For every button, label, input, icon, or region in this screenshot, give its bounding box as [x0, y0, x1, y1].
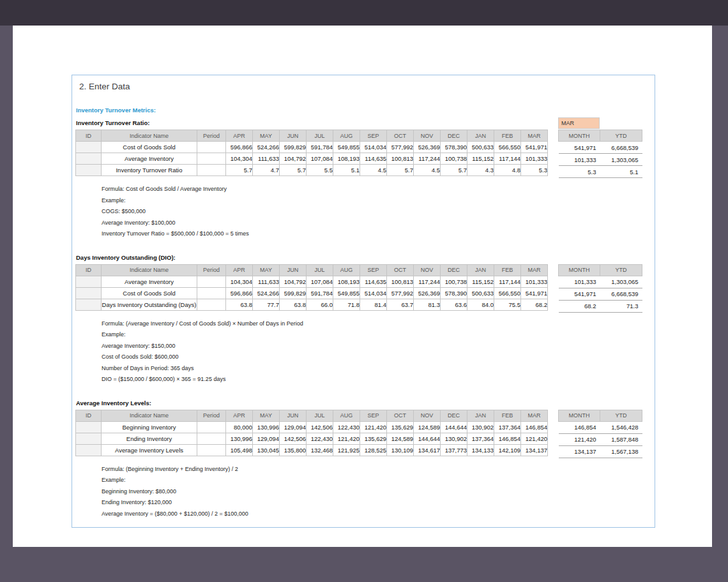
period-cell[interactable] — [197, 421, 226, 433]
value-cell[interactable]: 4.3 — [467, 165, 494, 176]
value-cell[interactable]: 514,034 — [360, 287, 387, 299]
value-cell[interactable]: 117,144 — [494, 276, 521, 287]
value-cell[interactable]: 122,430 — [307, 433, 333, 444]
value-cell[interactable]: 5.7 — [280, 165, 307, 176]
value-cell[interactable]: 81.4 — [360, 299, 387, 310]
value-cell[interactable]: 108,193 — [333, 276, 360, 287]
value-cell[interactable]: 121,420 — [360, 421, 387, 433]
value-cell[interactable]: 526,369 — [414, 287, 441, 299]
value-cell[interactable]: 105,498 — [226, 444, 253, 456]
value-cell[interactable]: 129,094 — [280, 421, 307, 433]
value-cell[interactable]: 100,738 — [441, 276, 467, 287]
value-cell[interactable]: 104,304 — [226, 153, 253, 165]
value-cell[interactable]: 130,109 — [387, 444, 414, 456]
value-cell[interactable]: 591,784 — [307, 287, 333, 299]
value-cell[interactable]: 599,829 — [280, 287, 307, 299]
value-cell[interactable]: 591,784 — [307, 142, 333, 153]
month-value-cell[interactable]: 5.3 — [559, 166, 600, 178]
value-cell[interactable]: 135,629 — [387, 421, 414, 433]
value-cell[interactable]: 63.7 — [387, 299, 414, 310]
value-cell[interactable]: 80,000 — [226, 421, 253, 433]
period-cell[interactable] — [197, 299, 226, 310]
id-cell[interactable] — [76, 276, 102, 287]
value-cell[interactable]: 63.6 — [441, 299, 467, 310]
value-cell[interactable]: 100,813 — [387, 276, 414, 287]
value-cell[interactable]: 104,792 — [280, 276, 307, 287]
period-cell[interactable] — [197, 276, 226, 287]
id-cell[interactable] — [76, 433, 102, 444]
value-cell[interactable]: 524,266 — [253, 287, 280, 299]
month-value-cell[interactable]: 541,971 — [559, 288, 600, 300]
value-cell[interactable]: 526,369 — [414, 142, 441, 153]
value-cell[interactable]: 111,633 — [253, 153, 280, 165]
value-cell[interactable]: 134,133 — [467, 444, 494, 456]
selected-month-tag[interactable]: MAR — [558, 117, 600, 129]
value-cell[interactable]: 578,390 — [441, 287, 467, 299]
value-cell[interactable]: 81.3 — [414, 299, 441, 310]
value-cell[interactable]: 104,304 — [226, 276, 253, 287]
value-cell[interactable]: 134,617 — [414, 444, 441, 456]
value-cell[interactable]: 599,829 — [280, 142, 307, 153]
value-cell[interactable]: 5.7 — [226, 165, 253, 176]
value-cell[interactable]: 142,109 — [494, 444, 521, 456]
value-cell[interactable]: 117,244 — [414, 276, 441, 287]
value-cell[interactable]: 117,144 — [494, 153, 521, 165]
ytd-value-cell[interactable]: 1,567,138 — [600, 445, 642, 458]
value-cell[interactable]: 101,333 — [521, 276, 548, 287]
value-cell[interactable]: 66.0 — [307, 299, 333, 310]
value-cell[interactable]: 115,152 — [467, 276, 494, 287]
value-cell[interactable]: 84.0 — [467, 299, 494, 310]
value-cell[interactable]: 5.1 — [333, 165, 360, 176]
value-cell[interactable]: 71.8 — [333, 299, 360, 310]
month-value-cell[interactable]: 101,333 — [559, 276, 600, 288]
value-cell[interactable]: 100,813 — [387, 153, 414, 165]
value-cell[interactable]: 500,633 — [467, 142, 494, 153]
ytd-value-cell[interactable]: 1,303,065 — [600, 154, 642, 166]
value-cell[interactable]: 4.8 — [494, 165, 521, 176]
value-cell[interactable]: 541,971 — [521, 287, 548, 299]
value-cell[interactable]: 132,468 — [307, 444, 333, 456]
month-value-cell[interactable]: 541,971 — [559, 142, 600, 154]
value-cell[interactable]: 63.8 — [280, 299, 307, 310]
value-cell[interactable]: 121,925 — [333, 444, 360, 456]
id-cell[interactable] — [76, 421, 102, 433]
id-cell[interactable] — [76, 165, 102, 176]
value-cell[interactable]: 524,266 — [253, 142, 280, 153]
value-cell[interactable]: 114,635 — [360, 276, 387, 287]
value-cell[interactable]: 566,550 — [494, 142, 521, 153]
value-cell[interactable]: 111,633 — [253, 276, 280, 287]
value-cell[interactable]: 104,792 — [280, 153, 307, 165]
month-value-cell[interactable]: 146,854 — [559, 421, 600, 433]
value-cell[interactable]: 117,244 — [414, 153, 441, 165]
period-cell[interactable] — [197, 165, 226, 176]
value-cell[interactable]: 108,193 — [333, 153, 360, 165]
month-value-cell[interactable]: 134,137 — [559, 445, 600, 458]
value-cell[interactable]: 146,854 — [521, 421, 548, 433]
value-cell[interactable]: 142,506 — [280, 433, 307, 444]
value-cell[interactable]: 146,854 — [494, 433, 521, 444]
ytd-value-cell[interactable]: 6,668,539 — [600, 142, 642, 154]
period-cell[interactable] — [197, 433, 226, 444]
value-cell[interactable]: 107,084 — [307, 276, 333, 287]
value-cell[interactable]: 115,152 — [467, 153, 494, 165]
value-cell[interactable]: 577,992 — [387, 142, 414, 153]
id-cell[interactable] — [76, 153, 102, 165]
id-cell[interactable] — [76, 444, 102, 456]
value-cell[interactable]: 130,902 — [467, 421, 494, 433]
value-cell[interactable]: 577,992 — [387, 287, 414, 299]
value-cell[interactable]: 137,364 — [467, 433, 494, 444]
value-cell[interactable]: 578,390 — [441, 142, 467, 153]
month-value-cell[interactable]: 101,333 — [559, 154, 600, 166]
value-cell[interactable]: 130,996 — [226, 433, 253, 444]
value-cell[interactable]: 77.7 — [253, 299, 280, 310]
value-cell[interactable]: 137,773 — [441, 444, 467, 456]
value-cell[interactable]: 130,902 — [441, 433, 467, 444]
id-cell[interactable] — [76, 299, 102, 310]
period-cell[interactable] — [197, 142, 226, 153]
value-cell[interactable]: 63.8 — [226, 299, 253, 310]
value-cell[interactable]: 130,045 — [253, 444, 280, 456]
id-cell[interactable] — [76, 142, 102, 153]
value-cell[interactable]: 4.5 — [360, 165, 387, 176]
ytd-value-cell[interactable]: 6,668,539 — [600, 288, 642, 300]
value-cell[interactable]: 68.2 — [521, 299, 548, 310]
